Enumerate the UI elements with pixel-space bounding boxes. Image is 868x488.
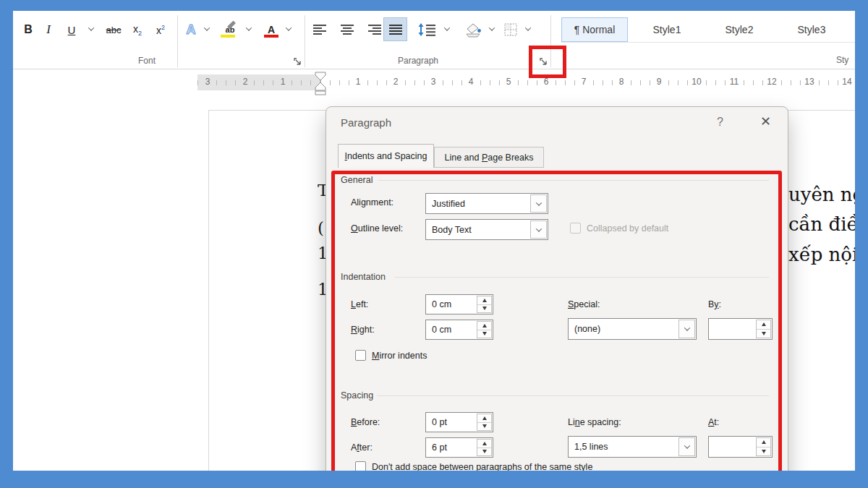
- indent-left-spinner[interactable]: 0 cm: [425, 294, 493, 314]
- subscript-button[interactable]: x2: [127, 17, 148, 42]
- line-spacing-dropdown[interactable]: [443, 27, 451, 35]
- indent-right-spinner[interactable]: 0 cm: [425, 320, 493, 340]
- shading-button[interactable]: [461, 17, 485, 42]
- align-right-button[interactable]: [365, 17, 385, 42]
- spin-down-button[interactable]: [477, 448, 491, 456]
- arrow-up-icon: [482, 442, 487, 445]
- text-effects-button[interactable]: A: [182, 17, 200, 42]
- spacing-heading: Spacing: [341, 390, 373, 401]
- tab-indents-and-spacing[interactable]: Indents and Spacing: [338, 144, 434, 168]
- strikethrough-button[interactable]: abc: [101, 17, 126, 42]
- chevron-down-icon: [88, 25, 94, 30]
- spacing-before-spinner[interactable]: 0 pt: [425, 412, 493, 432]
- spin-up-button[interactable]: [757, 320, 770, 330]
- spin-up-button[interactable]: [477, 296, 491, 305]
- chevron-down-icon: [535, 226, 541, 231]
- outline-level-combobox[interactable]: Body Text: [425, 219, 548, 240]
- help-button[interactable]: ?: [717, 116, 723, 129]
- text-effects-dropdown[interactable]: [203, 27, 211, 35]
- ruler-number: 7: [578, 77, 590, 87]
- alignment-combobox[interactable]: Justified: [425, 193, 548, 214]
- justify-icon: [388, 24, 403, 35]
- font-color-dropdown[interactable]: [284, 27, 293, 35]
- combo-dropdown-button[interactable]: [530, 221, 547, 239]
- chevron-down-icon: [204, 25, 210, 30]
- borders-icon: [504, 23, 518, 37]
- highlight-color-dropdown[interactable]: [244, 27, 253, 35]
- line-spacing-button[interactable]: [415, 17, 438, 42]
- ruler-number: 8: [616, 77, 627, 87]
- mirror-indents-checkbox[interactable]: [355, 350, 366, 361]
- spin-up-button[interactable]: [477, 322, 491, 330]
- spin-up-button[interactable]: [757, 438, 770, 448]
- spacing-after-spinner[interactable]: 6 pt: [425, 437, 493, 458]
- underline-button[interactable]: U: [62, 17, 81, 42]
- spinner-arrows: [477, 414, 492, 431]
- font-group-label: Font: [111, 56, 183, 66]
- superscript-icon: x2: [156, 24, 165, 36]
- ruler-number: 5: [503, 77, 514, 87]
- justify-button[interactable]: [383, 17, 407, 41]
- outline-level-label: Outline level:: [351, 223, 403, 234]
- chevron-down-icon: [489, 25, 495, 30]
- arrow-down-icon: [482, 450, 487, 453]
- style-item[interactable]: Style2: [703, 17, 775, 42]
- dialog-launcher-icon: [538, 56, 548, 67]
- section-divider: [377, 395, 769, 396]
- italic-button[interactable]: I: [41, 17, 56, 42]
- indent-markers[interactable]: [313, 72, 328, 98]
- style-item[interactable]: Style3: [775, 17, 848, 42]
- borders-dropdown[interactable]: [524, 27, 532, 35]
- before-value: 0 pt: [426, 413, 476, 432]
- font-dialog-launcher[interactable]: [292, 56, 303, 67]
- at-spinner[interactable]: [708, 436, 773, 458]
- document-text-fragment: 1: [318, 280, 326, 299]
- font-color-button[interactable]: A: [260, 17, 282, 42]
- strikethrough-icon: abc: [106, 25, 122, 35]
- arrow-up-icon: [482, 416, 487, 420]
- shading-dropdown[interactable]: [488, 27, 496, 35]
- paragraph-dialog-launcher[interactable]: [538, 56, 549, 67]
- spin-up-button[interactable]: [477, 440, 491, 448]
- ruler-number: 1: [352, 77, 364, 87]
- spin-down-button[interactable]: [757, 448, 770, 456]
- style-item[interactable]: ¶ Normal: [561, 17, 628, 42]
- style-item[interactable]: Style1: [631, 17, 703, 42]
- line-spacing-combobox[interactable]: 1,5 lines: [568, 436, 697, 458]
- combo-dropdown-button[interactable]: [678, 320, 695, 338]
- combo-dropdown-button[interactable]: [530, 194, 547, 213]
- combo-dropdown-button[interactable]: [678, 437, 695, 456]
- at-value: [709, 437, 755, 457]
- ruler-number: 9: [653, 77, 665, 87]
- underline-dropdown[interactable]: [87, 27, 95, 35]
- by-spinner[interactable]: [708, 318, 773, 340]
- arrow-up-icon: [482, 324, 487, 328]
- tab-line-and-page-breaks[interactable]: Line and Page Breaks: [434, 147, 544, 168]
- spin-down-button[interactable]: [477, 330, 491, 338]
- spin-down-button[interactable]: [757, 330, 770, 338]
- align-left-button[interactable]: [310, 17, 330, 42]
- spinner-arrows: [477, 321, 492, 338]
- dialog-launcher-icon: [292, 56, 302, 67]
- spin-up-button[interactable]: [477, 414, 491, 423]
- alignment-label: Alignment:: [351, 197, 393, 207]
- borders-button[interactable]: [501, 17, 520, 42]
- chevron-down-icon: [535, 200, 541, 205]
- outline-level-value: Body Text: [426, 220, 529, 239]
- before-label: Before:: [351, 417, 380, 427]
- separator: [305, 15, 305, 67]
- arrow-up-icon: [482, 299, 487, 302]
- chevron-down-icon: [286, 25, 292, 30]
- collapsed-by-default-checkbox[interactable]: [570, 223, 581, 234]
- document-text-fragment: (: [318, 218, 326, 237]
- align-center-button[interactable]: [337, 17, 357, 42]
- special-combobox[interactable]: (none): [568, 318, 697, 340]
- close-icon[interactable]: ✕: [760, 114, 771, 129]
- indent-left-label: Left:: [351, 299, 368, 309]
- spin-down-button[interactable]: [477, 423, 491, 431]
- highlight-color-button[interactable]: ab: [218, 17, 242, 42]
- superscript-button[interactable]: x2: [150, 17, 171, 42]
- spin-down-button[interactable]: [477, 305, 491, 313]
- document-text-fragment: 1: [318, 244, 326, 262]
- bold-button[interactable]: B: [20, 17, 36, 42]
